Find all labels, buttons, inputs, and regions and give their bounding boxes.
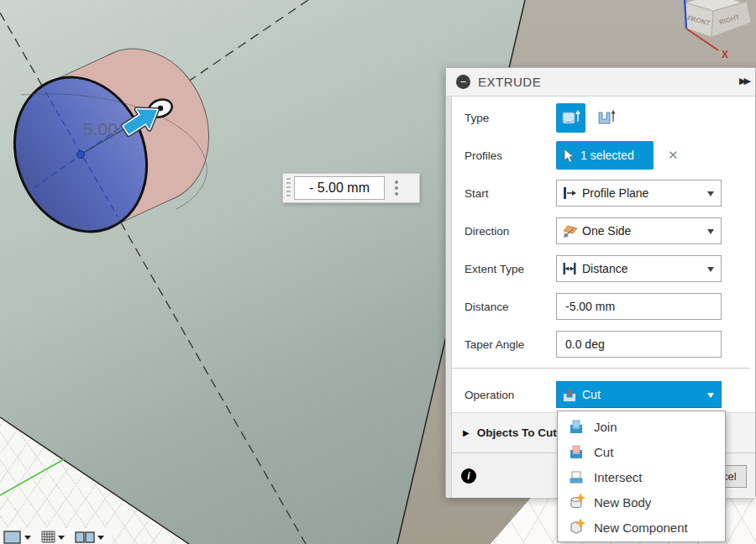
menu-item-intersect[interactable]: Intersect bbox=[558, 464, 725, 489]
dialog-title: EXTRUDE bbox=[478, 75, 541, 89]
profiles-selected-count: 1 selected bbox=[580, 149, 634, 162]
direction-caret-icon bbox=[707, 229, 714, 234]
row-extent-type: Extent Type Distance bbox=[446, 255, 755, 282]
start-value: Profile Plane bbox=[582, 186, 648, 200]
menu-item-join[interactable]: Join bbox=[558, 414, 725, 439]
extent-type-label: Extent Type bbox=[465, 263, 556, 275]
start-caret-icon bbox=[707, 191, 714, 196]
operation-value: Cut bbox=[582, 388, 601, 401]
row-taper-angle: Taper Angle bbox=[446, 331, 755, 358]
viewports-icon[interactable] bbox=[75, 531, 95, 544]
cut-operation-icon bbox=[561, 386, 578, 403]
distance-label: Distance bbox=[465, 301, 556, 313]
grid-snap-icon[interactable] bbox=[41, 531, 55, 544]
start-select[interactable]: Profile Plane bbox=[556, 180, 722, 207]
operation-dropdown-menu: Join Cut Intersect New Body bbox=[557, 411, 726, 542]
profile-plane-icon bbox=[561, 185, 578, 201]
section-expander-icon: ▶ bbox=[463, 428, 470, 437]
intersect-icon bbox=[568, 468, 585, 485]
distance-extent-icon bbox=[561, 260, 578, 277]
dialog-header[interactable]: − EXTRUDE ▶▶ bbox=[446, 68, 755, 97]
viewport-bottom-toolbar bbox=[0, 528, 112, 544]
floating-dimension-input-group bbox=[282, 173, 420, 203]
display-settings-icon[interactable] bbox=[3, 531, 22, 544]
one-side-icon bbox=[561, 222, 578, 239]
display-settings-caret[interactable] bbox=[24, 536, 31, 540]
row-direction: Direction One Side bbox=[446, 217, 755, 244]
direction-label: Direction bbox=[465, 225, 556, 238]
profiles-label: Profiles bbox=[465, 149, 556, 162]
kebab-menu-icon[interactable] bbox=[395, 180, 398, 196]
undock-double-arrow-icon[interactable]: ▶▶ bbox=[739, 76, 748, 86]
menu-item-label: Cut bbox=[594, 445, 613, 459]
clear-selection-icon[interactable]: ✕ bbox=[668, 148, 679, 163]
menu-item-new-component[interactable]: New Component bbox=[558, 515, 725, 540]
cut-icon bbox=[568, 443, 585, 460]
dimension-input[interactable] bbox=[294, 176, 385, 200]
direction-value: One Side bbox=[582, 224, 631, 238]
distance-input[interactable] bbox=[556, 293, 722, 320]
row-start: Start Profile Plane bbox=[446, 180, 755, 207]
operation-label: Operation bbox=[465, 389, 556, 401]
solid-extrude-icon bbox=[561, 107, 581, 128]
extent-type-select[interactable]: Distance bbox=[556, 255, 722, 282]
menu-item-label: New Body bbox=[594, 495, 651, 510]
operation-select[interactable]: Cut bbox=[556, 381, 722, 408]
grid-snap-caret[interactable] bbox=[58, 536, 65, 540]
menu-item-label: Intersect bbox=[594, 470, 643, 484]
info-icon[interactable]: i bbox=[461, 468, 476, 484]
type-label: Type bbox=[465, 112, 556, 124]
section-divider bbox=[453, 368, 750, 369]
menu-item-label: New Component bbox=[594, 520, 688, 535]
viewports-caret[interactable] bbox=[97, 536, 104, 540]
extrude-type-thin-button[interactable] bbox=[591, 103, 621, 133]
extent-type-value: Distance bbox=[582, 262, 627, 275]
direction-select[interactable]: One Side bbox=[556, 217, 722, 244]
join-icon bbox=[568, 418, 585, 435]
profiles-selected-chip[interactable]: 1 selected bbox=[556, 141, 654, 170]
dialog-left-gutter bbox=[446, 97, 452, 498]
new-body-icon bbox=[568, 494, 585, 510]
start-label: Start bbox=[465, 187, 556, 200]
taper-angle-label: Taper Angle bbox=[465, 338, 556, 351]
cursor-arrow-icon bbox=[563, 149, 575, 163]
operation-caret-icon bbox=[707, 393, 714, 398]
menu-item-cut[interactable]: Cut bbox=[558, 439, 725, 464]
row-profiles: Profiles 1 selected ✕ bbox=[446, 141, 755, 170]
row-type: Type bbox=[446, 102, 755, 133]
extrude-type-solid-button[interactable] bbox=[556, 103, 585, 133]
objects-to-cut-label: Objects To Cut bbox=[477, 426, 557, 439]
row-operation: Operation Cut bbox=[446, 381, 755, 408]
fusion360-viewport-window: 5.00 FRONT RIGHT X bbox=[0, 0, 756, 544]
drag-handle-icon[interactable] bbox=[286, 178, 291, 198]
menu-item-label: Join bbox=[594, 420, 617, 434]
collapse-icon[interactable]: − bbox=[456, 75, 470, 89]
new-component-icon bbox=[568, 519, 585, 536]
taper-angle-input[interactable] bbox=[556, 331, 722, 358]
thin-extrude-icon bbox=[596, 107, 617, 128]
row-distance: Distance bbox=[446, 293, 755, 320]
menu-item-new-body[interactable]: New Body bbox=[558, 489, 725, 515]
extent-type-caret-icon bbox=[707, 267, 714, 272]
